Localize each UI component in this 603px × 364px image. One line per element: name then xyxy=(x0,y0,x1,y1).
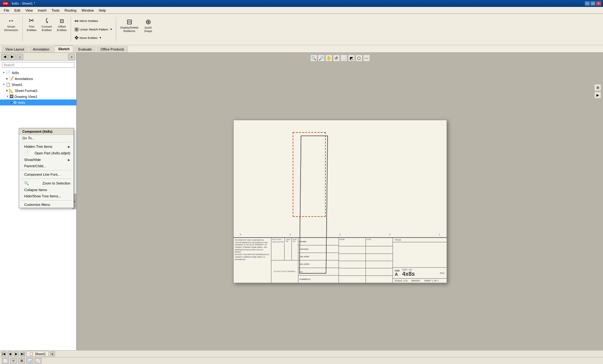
tree-item-4x8s[interactable]: ▼ 📄 4x8s xyxy=(0,70,76,76)
sheet-tab-label: Sheet1 xyxy=(35,352,46,356)
quick-snaps-button[interactable]: ⊕ QuickSnaps xyxy=(141,17,155,35)
tree-expand-icon[interactable]: ▼ xyxy=(3,83,5,86)
panel-expand-button[interactable]: » xyxy=(68,54,75,60)
context-menu-collapse-items[interactable]: Collapse Items xyxy=(19,187,73,193)
convert-label: ConvertEntities xyxy=(41,25,52,32)
tab-sketch[interactable]: Sketch xyxy=(54,46,73,52)
minimize-button[interactable]: ─ xyxy=(585,1,590,6)
tree-item-4x8s-ref[interactable]: ▶ ⚙ 4x8s xyxy=(0,99,76,105)
context-menu-component-line-font[interactable]: Component Line Font... xyxy=(19,171,73,178)
context-menu-zoom-to-selection[interactable]: 🔍 Zoom to Selection xyxy=(19,180,73,187)
move-label: Move Entities xyxy=(79,36,97,40)
tree-expand-icon[interactable]: ▶ xyxy=(6,89,8,92)
context-menu-hidden-tree[interactable]: Hidden Tree Items ▶ xyxy=(19,143,73,150)
quick-snaps-icon: ⊕ xyxy=(145,19,151,25)
title-block-proprietary: PROPRIETARY AND CONFIDENTIAL THE INFORMA… xyxy=(234,238,271,283)
size-value: A xyxy=(395,272,400,277)
tab-office-products[interactable]: Office Products xyxy=(96,46,128,52)
main-area: ◀ ▶ ⌂ » ▼ 📄 4x8s ▶ 📝 Annotations xyxy=(0,53,603,350)
convert-entities-button[interactable]: ⤹ ConvertEntities xyxy=(39,16,54,34)
trim-entities-button[interactable]: ✂ TrimEntities xyxy=(24,16,39,34)
context-menu-show-hide[interactable]: Show/Hide ▶ xyxy=(19,157,73,163)
tree-expand-icon[interactable]: ▶ xyxy=(6,77,8,80)
mirror-label: Mirror Entities xyxy=(79,19,98,23)
menu-edit[interactable]: Edit xyxy=(12,8,23,13)
view-orient-button[interactable]: ⬜ xyxy=(340,55,347,62)
offset-entities-button[interactable]: ⧈ OffsetEntities xyxy=(55,16,69,34)
menu-file[interactable]: File xyxy=(1,8,12,13)
sheet-tab-sheet1[interactable]: 📋 Sheet1 xyxy=(26,351,49,357)
tab-view-layout[interactable]: View Layout xyxy=(1,46,28,52)
tab-bar: View Layout Annotation Sketch Evaluate O… xyxy=(0,45,603,53)
tab-evaluate[interactable]: Evaluate xyxy=(74,46,96,52)
menu-tools[interactable]: Tools xyxy=(49,8,62,13)
sheet-nav-first[interactable]: |◀ xyxy=(1,351,6,356)
menu-insert[interactable]: Insert xyxy=(35,8,49,13)
menu-view[interactable]: View xyxy=(23,8,35,13)
mirror-entities-button[interactable]: ⇔ Mirror Entities xyxy=(73,17,114,25)
context-menu-hide-show-tree[interactable]: Hide/Show Tree Items... xyxy=(19,193,73,199)
toolbar-btn-1[interactable]: 📄 xyxy=(2,358,9,364)
toolbar-btn-5[interactable]: 📈 xyxy=(35,358,41,364)
pan-button[interactable]: ✋ xyxy=(325,55,332,62)
linear-sketch-pattern-button[interactable]: ⊞ Linear Sketch Pattern ▼ xyxy=(73,25,114,33)
sheet-nav-prev[interactable]: ◀ xyxy=(8,351,13,356)
sheet-nav-next[interactable]: ▶ xyxy=(14,351,19,356)
dwg-no-value: 4x8s xyxy=(402,271,415,277)
arrow-right-btn[interactable]: ▶ xyxy=(594,92,601,99)
rev-label: REV xyxy=(440,272,444,274)
add-sheet-button[interactable]: + xyxy=(50,351,55,356)
tree-part-icon: ⚙ xyxy=(13,100,17,105)
left-panel: ◀ ▶ ⌂ » ▼ 📄 4x8s ▶ 📝 Annotations xyxy=(0,53,77,350)
panel-home-button[interactable]: ⌂ xyxy=(16,54,23,60)
convert-icon: ⤹ xyxy=(44,17,50,24)
sheet-col-numbers: 5 4 3 2 1 xyxy=(240,233,440,236)
tree-expand-icon[interactable]: ▼ xyxy=(3,71,5,74)
tree-item-sheet1[interactable]: ▼ 📋 Sheet1 xyxy=(0,82,76,88)
context-menu-customize[interactable]: Customize Menu xyxy=(19,201,73,208)
rotate-button[interactable]: ↺ xyxy=(333,55,340,62)
section-view-button[interactable]: ⬡ xyxy=(356,55,362,62)
toolbar-btn-3[interactable]: ⊞ xyxy=(18,358,25,364)
tree-expand-icon[interactable]: ▶ xyxy=(11,101,13,104)
linear-sketch-label: Linear Sketch Pattern xyxy=(79,28,108,31)
sheet-nav-last[interactable]: ▶| xyxy=(20,351,25,356)
context-menu: Component (4x8s) Go To... Hidden Tree It… xyxy=(19,128,74,208)
tree-item-sheet-format[interactable]: ▶ 📐 Sheet Format1 xyxy=(0,88,76,94)
zoom-fit-button[interactable]: 🔍 xyxy=(310,55,317,62)
toolbar-btn-2[interactable]: ≡ xyxy=(10,358,17,364)
tree-item-drawing-view1[interactable]: ▼ 🖼 Drawing View1 xyxy=(0,94,76,99)
smart-dimension-button[interactable]: ↔ SmartDimension xyxy=(2,16,20,34)
close-button[interactable]: ✕ xyxy=(596,1,601,6)
col-5: 5 xyxy=(240,233,241,236)
tree-expand-icon[interactable]: ▼ xyxy=(6,95,9,98)
display-mode-button[interactable]: ◩ xyxy=(348,55,355,62)
context-menu-goto[interactable]: Go To... xyxy=(19,135,73,141)
canvas-area[interactable]: 🔍 🔎 ✋ ↺ ⬜ ◩ ⬡ ⋯ ⊞ ▶ xyxy=(77,53,603,350)
separator2 xyxy=(71,17,71,42)
tab-annotation[interactable]: Annotation xyxy=(29,46,54,52)
move-entities-button[interactable]: ✥ Move Entities ▼ xyxy=(73,34,114,42)
menu-routing[interactable]: Routing xyxy=(62,8,79,13)
display-delete-relations-button[interactable]: ⊟ Display/DeleteRelations xyxy=(118,17,141,35)
toolbar-btn-4[interactable]: 📊 xyxy=(26,358,33,364)
panel-back-button[interactable]: ◀ xyxy=(1,54,8,60)
tree-item-annotations[interactable]: ▶ 📝 Annotations xyxy=(0,76,76,82)
tree-item-label: Drawing View1 xyxy=(14,95,37,99)
search-input[interactable] xyxy=(2,62,74,68)
menu-help[interactable]: Help xyxy=(96,8,109,13)
offset-icon: ⧈ xyxy=(60,17,64,24)
context-menu-parent-child[interactable]: Parent/Child... xyxy=(19,163,73,169)
panel-forward-button[interactable]: ▶ xyxy=(9,54,16,60)
tree-item-label: 4x8s xyxy=(18,101,25,104)
menu-window[interactable]: Window xyxy=(79,8,96,13)
linear-sketch-dropdown-icon[interactable]: ▼ xyxy=(110,28,112,31)
view-layout-btn[interactable]: ⊞ xyxy=(594,84,601,91)
zoom-in-button[interactable]: 🔎 xyxy=(318,55,325,62)
move-dropdown-icon[interactable]: ▼ xyxy=(99,36,102,39)
restore-button[interactable]: □ xyxy=(590,1,595,6)
open-part-label: Open Part (4x8s.sldprt) xyxy=(35,151,70,155)
context-menu-open-part[interactable]: 📄 Open Part (4x8s.sldprt) xyxy=(19,150,73,157)
more-views-button[interactable]: ⋯ xyxy=(363,55,370,62)
tree-item-label: 4x8s xyxy=(12,71,19,75)
